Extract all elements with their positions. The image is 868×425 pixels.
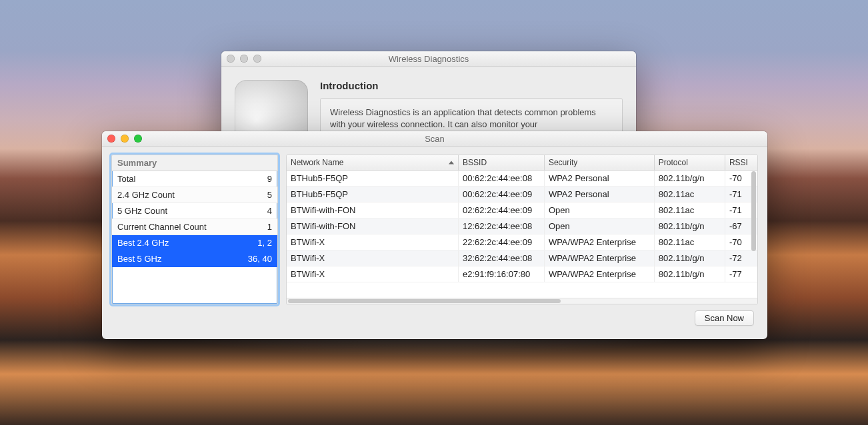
summary-label: Best 2.4 GHz bbox=[117, 238, 169, 248]
table-row[interactable]: BTWifi-X22:62:2c:44:ee:09WPA/WPA2 Enterp… bbox=[287, 234, 757, 250]
summary-label: 2.4 GHz Count bbox=[117, 190, 175, 200]
cell-security: WPA/WPA2 Enterprise bbox=[545, 234, 655, 250]
cell-network-name: BTHub5-F5QP bbox=[287, 187, 459, 202]
cell-protocol: 802.11b/g/n bbox=[655, 171, 725, 186]
summary-label: Current Channel Count bbox=[117, 222, 207, 232]
titlebar[interactable]: Wireless Diagnostics bbox=[221, 51, 636, 67]
networks-table[interactable]: Network Name BSSID Security Protocol RSS… bbox=[286, 155, 758, 304]
summary-label: 5 GHz Count bbox=[117, 206, 167, 216]
summary-heading: Summary bbox=[112, 155, 277, 171]
table-row[interactable]: BTWifi-with-FON02:62:2c:44:ee:09Open802.… bbox=[287, 203, 757, 218]
summary-label: Best 5 GHz bbox=[117, 254, 161, 264]
cell-bssid: e2:91:f9:16:07:80 bbox=[459, 266, 545, 282]
cell-security: Open bbox=[545, 218, 655, 234]
cell-network-name: BTWifi-X bbox=[287, 250, 459, 266]
column-bssid[interactable]: BSSID bbox=[459, 155, 545, 170]
cell-security: Open bbox=[545, 203, 655, 218]
cell-bssid: 00:62:2c:44:ee:08 bbox=[459, 171, 545, 186]
column-rssi[interactable]: RSSI bbox=[725, 155, 757, 170]
summary-row[interactable]: Best 2.4 GHz1, 2 bbox=[112, 235, 277, 251]
summary-row[interactable]: 5 GHz Count4 bbox=[112, 203, 277, 219]
table-row[interactable]: BTWifi-Xe2:91:f9:16:07:80WPA/WPA2 Enterp… bbox=[287, 266, 757, 282]
table-header[interactable]: Network Name BSSID Security Protocol RSS… bbox=[287, 155, 757, 171]
cell-bssid: 32:62:2c:44:ee:08 bbox=[459, 250, 545, 266]
cell-bssid: 22:62:2c:44:ee:09 bbox=[459, 234, 545, 250]
cell-network-name: BTWifi-with-FON bbox=[287, 218, 459, 234]
cell-security: WPA2 Personal bbox=[545, 187, 655, 202]
cell-protocol: 802.11ac bbox=[655, 187, 725, 202]
summary-label: Total bbox=[117, 174, 135, 184]
cell-bssid: 12:62:2c:44:ee:08 bbox=[459, 218, 545, 234]
cell-protocol: 802.11b/g/n bbox=[655, 266, 725, 282]
cell-network-name: BTHub5-F5QP bbox=[287, 171, 459, 186]
cell-protocol: 802.11b/g/n bbox=[655, 218, 725, 234]
column-security[interactable]: Security bbox=[545, 155, 655, 170]
cell-network-name: BTWifi-X bbox=[287, 234, 459, 250]
cell-bssid: 02:62:2c:44:ee:09 bbox=[459, 203, 545, 218]
intro-heading: Introduction bbox=[320, 80, 623, 91]
summary-value: 9 bbox=[267, 174, 272, 184]
cell-network-name: BTWifi-with-FON bbox=[287, 203, 459, 218]
summary-value: 36, 40 bbox=[248, 254, 272, 264]
table-row[interactable]: BTHub5-F5QP00:62:2c:44:ee:08WPA2 Persona… bbox=[287, 171, 757, 187]
cell-security: WPA/WPA2 Enterprise bbox=[545, 266, 655, 282]
table-row[interactable]: BTWifi-with-FON12:62:2c:44:ee:08Open802.… bbox=[287, 218, 757, 234]
vertical-scrollbar[interactable] bbox=[751, 171, 756, 296]
cell-protocol: 802.11b/g/n bbox=[655, 250, 725, 266]
scan-window: Scan Summary Total92.4 GHz Count55 GHz C… bbox=[102, 131, 767, 339]
column-network-name[interactable]: Network Name bbox=[287, 155, 459, 170]
summary-value: 1 bbox=[267, 222, 272, 232]
cell-network-name: BTWifi-X bbox=[287, 266, 459, 282]
summary-row[interactable]: Current Channel Count1 bbox=[112, 219, 277, 235]
summary-value: 1, 2 bbox=[257, 238, 272, 248]
summary-panel[interactable]: Summary Total92.4 GHz Count55 GHz Count4… bbox=[111, 155, 278, 304]
horizontal-scrollbar[interactable] bbox=[287, 298, 757, 304]
cell-protocol: 802.11ac bbox=[655, 234, 725, 250]
summary-value: 4 bbox=[267, 206, 272, 216]
cell-security: WPA2 Personal bbox=[545, 171, 655, 186]
window-title: Scan bbox=[102, 134, 767, 144]
table-row[interactable]: BTWifi-X32:62:2c:44:ee:08WPA/WPA2 Enterp… bbox=[287, 250, 757, 266]
summary-row[interactable]: 2.4 GHz Count5 bbox=[112, 187, 277, 203]
window-title: Wireless Diagnostics bbox=[221, 54, 636, 64]
summary-row[interactable]: Best 5 GHz36, 40 bbox=[112, 251, 277, 267]
summary-value: 5 bbox=[267, 190, 272, 200]
cell-bssid: 00:62:2c:44:ee:09 bbox=[459, 187, 545, 202]
cell-protocol: 802.11ac bbox=[655, 203, 725, 218]
summary-row[interactable]: Total9 bbox=[112, 171, 277, 187]
column-protocol[interactable]: Protocol bbox=[655, 155, 725, 170]
titlebar[interactable]: Scan bbox=[102, 131, 767, 147]
table-row[interactable]: BTHub5-F5QP00:62:2c:44:ee:09WPA2 Persona… bbox=[287, 187, 757, 203]
cell-security: WPA/WPA2 Enterprise bbox=[545, 250, 655, 266]
scan-now-button[interactable]: Scan Now bbox=[695, 310, 754, 326]
